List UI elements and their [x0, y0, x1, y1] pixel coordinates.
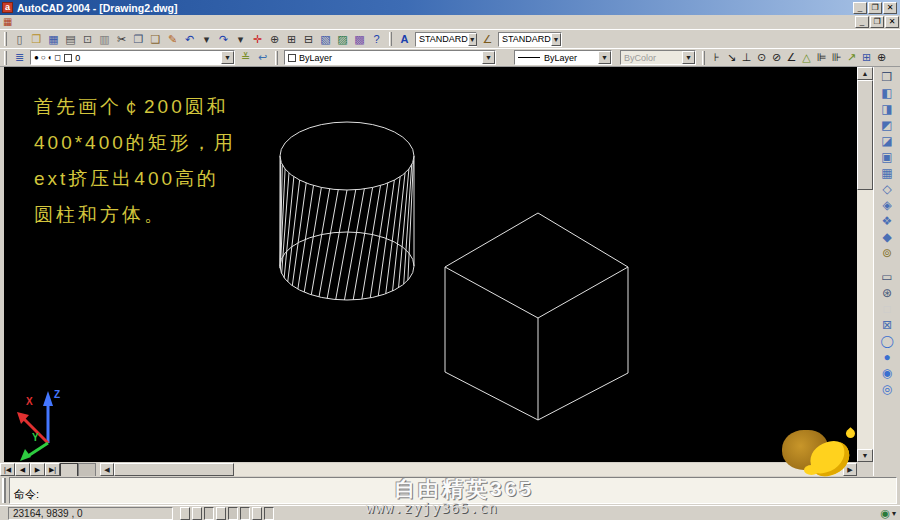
chevron-down-icon[interactable]: ▼ — [482, 51, 495, 64]
quick-dimension-icon[interactable]: △ — [799, 50, 814, 66]
plot-icon[interactable]: ▤ — [62, 31, 79, 47]
tab-next-button[interactable]: ▶ — [30, 463, 45, 476]
baseline-dimension-icon[interactable]: ⊫ — [814, 50, 829, 66]
layer-freeze-icon[interactable]: ○ — [41, 54, 46, 62]
ne-isometric-view-icon[interactable]: ❖ — [876, 213, 898, 229]
make-layer-current-icon[interactable]: ≚ — [237, 50, 254, 66]
toggle-snap[interactable] — [180, 507, 190, 520]
minimize-button[interactable]: _ — [853, 2, 867, 14]
copy-icon[interactable]: ❐ — [130, 31, 147, 47]
top-view-icon[interactable]: ◧ — [876, 85, 898, 101]
tab-last-button[interactable]: ▶| — [45, 463, 60, 476]
undo-dropdown-icon[interactable]: ▾ — [198, 31, 215, 47]
se-isometric-view-icon[interactable]: ◈ — [876, 197, 898, 213]
paste-icon[interactable]: ❑ — [147, 31, 164, 47]
new-icon[interactable]: ▯ — [11, 31, 28, 47]
close-button[interactable]: ✕ — [883, 2, 897, 14]
doc-minimize-button[interactable]: _ — [855, 16, 869, 28]
redo-icon[interactable]: ↷ — [215, 31, 232, 47]
scroll-up-icon[interactable]: ▲ — [857, 67, 873, 80]
text-style-combo[interactable]: STANDARD ▼ — [415, 32, 477, 47]
toggle-lineweight[interactable] — [252, 507, 262, 520]
toggle-polar[interactable] — [216, 507, 226, 520]
nw-isometric-view-icon[interactable]: ◆ — [876, 229, 898, 245]
dim-style-combo[interactable]: STANDARD ▼ — [498, 32, 562, 47]
toolbar-grip[interactable] — [702, 51, 705, 65]
left-view-icon[interactable]: ◩ — [876, 117, 898, 133]
dim-style-icon[interactable]: ∠ — [479, 31, 496, 47]
toggle-osnap[interactable] — [228, 507, 238, 520]
drawing-canvas[interactable]: 首先画个￠200圆和 400*400的矩形，用 ext挤压出400高的 圆柱和方… — [4, 67, 857, 462]
tab-model[interactable] — [60, 463, 78, 476]
zoom-window-icon[interactable]: ⊞ — [283, 31, 300, 47]
redo-dropdown-icon[interactable]: ▾ — [232, 31, 249, 47]
tolerance-icon[interactable]: ⊞ — [859, 50, 874, 66]
status-menu-arrow-icon[interactable]: ▾ — [892, 509, 896, 518]
toolbar-grip[interactable] — [389, 32, 392, 46]
chevron-down-icon[interactable]: ▼ — [468, 33, 477, 46]
cut-icon[interactable]: ✂ — [113, 31, 130, 47]
back-view-icon[interactable]: ▦ — [876, 165, 898, 181]
angular-dimension-icon[interactable]: ∠ — [784, 50, 799, 66]
command-input[interactable]: 命令: — [9, 477, 897, 504]
text-style-icon[interactable]: A — [396, 31, 413, 47]
gouraud-shaded-icon[interactable]: ◉ — [876, 365, 898, 381]
layer-lock-icon[interactable]: ◐ — [48, 54, 53, 62]
doc-close-button[interactable]: ✕ — [885, 16, 899, 28]
gouraud-edges-icon[interactable]: ◎ — [876, 381, 898, 397]
toggle-model[interactable] — [264, 507, 274, 520]
zoom-realtime-icon[interactable]: ⊕ — [266, 31, 283, 47]
toolbar-grip[interactable] — [275, 51, 278, 65]
center-mark-icon[interactable]: ⊕ — [874, 50, 889, 66]
layer-combo[interactable]: ●○◐◻ 0 ▼ — [30, 50, 235, 65]
radius-dimension-icon[interactable]: ⊙ — [754, 50, 769, 66]
continue-dimension-icon[interactable]: ⊪ — [829, 50, 844, 66]
tab-prev-button[interactable]: ◀ — [15, 463, 30, 476]
diameter-dimension-icon[interactable]: ⊘ — [769, 50, 784, 66]
designcenter-icon[interactable]: ▨ — [334, 31, 351, 47]
horizontal-scrollbar[interactable]: ◀ ▶ — [100, 463, 857, 476]
bottom-view-icon[interactable]: ◨ — [876, 101, 898, 117]
save-icon[interactable]: ▦ — [45, 31, 62, 47]
3d-orbit-icon[interactable]: ⊛ — [876, 285, 898, 301]
aligned-dimension-icon[interactable]: ↘ — [724, 50, 739, 66]
toolbar-grip[interactable] — [4, 51, 7, 65]
plot-preview-icon[interactable]: ⊡ — [79, 31, 96, 47]
tab-layout1[interactable] — [78, 463, 96, 476]
vertical-scrollbar[interactable]: ▲ ▼ — [857, 67, 873, 462]
chevron-down-icon[interactable]: ▼ — [598, 51, 611, 64]
chevron-down-icon[interactable]: ▼ — [221, 51, 234, 64]
camera-icon[interactable]: ⊚ — [876, 245, 898, 261]
quick-leader-icon[interactable]: ↗ — [844, 50, 859, 66]
properties-icon[interactable]: ▧ — [317, 31, 334, 47]
color-combo[interactable]: ByLayer ▼ — [284, 50, 496, 65]
help-icon[interactable]: ? — [368, 31, 385, 47]
right-view-icon[interactable]: ◪ — [876, 133, 898, 149]
toggle-otrack[interactable] — [240, 507, 250, 520]
sw-isometric-view-icon[interactable]: ◇ — [876, 181, 898, 197]
named-views-icon[interactable]: ❒ — [876, 69, 898, 85]
layer-previous-icon[interactable]: ↩ — [254, 50, 271, 66]
tool-palettes-icon[interactable]: ▩ — [351, 31, 368, 47]
doc-restore-button[interactable]: ❐ — [870, 16, 884, 28]
match-properties-icon[interactable]: ✎ — [164, 31, 181, 47]
scroll-down-icon[interactable]: ▼ — [857, 449, 873, 462]
2d-wireframe-icon[interactable]: □ — [876, 301, 898, 317]
vertical-scroll-thumb[interactable] — [857, 80, 873, 190]
ordinate-dimension-icon[interactable]: ⊥ — [739, 50, 754, 66]
linetype-combo[interactable]: ByLayer ▼ — [514, 50, 612, 65]
scroll-left-icon[interactable]: ◀ — [100, 463, 114, 476]
open-icon[interactable]: ❒ — [28, 31, 45, 47]
layers-manager-icon[interactable]: ≣ — [11, 50, 28, 66]
command-window-grip[interactable] — [2, 478, 6, 503]
toggle-ortho[interactable] — [204, 507, 214, 520]
chevron-down-icon[interactable]: ▼ — [551, 33, 561, 46]
scroll-right-icon[interactable]: ▶ — [843, 463, 857, 476]
flat-shaded-icon[interactable]: ● — [876, 349, 898, 365]
3d-wireframe-icon[interactable]: ⊠ — [876, 317, 898, 333]
publish-icon[interactable]: ▥ — [96, 31, 113, 47]
communication-center-icon[interactable]: ◉ — [880, 507, 890, 520]
hidden-icon[interactable]: ◯ — [876, 333, 898, 349]
named-views-button-icon[interactable]: ▭ — [876, 269, 898, 285]
horizontal-scroll-thumb[interactable] — [114, 463, 234, 476]
